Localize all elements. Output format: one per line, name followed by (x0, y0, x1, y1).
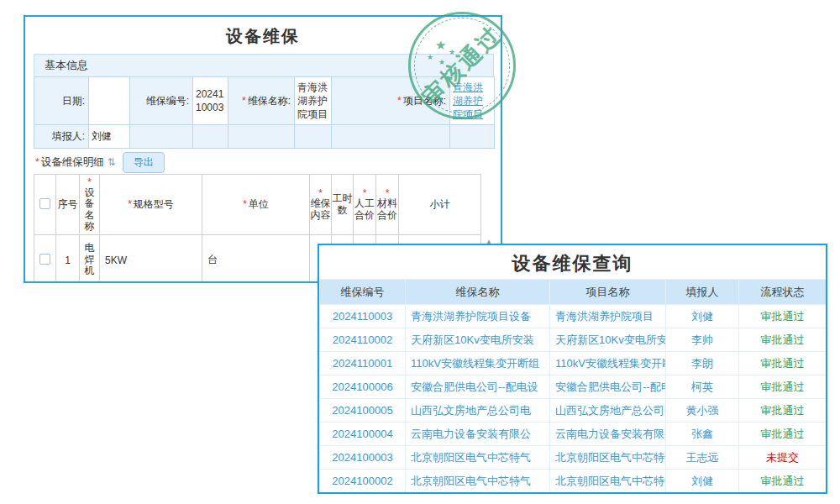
status-cell: 审批通过 (739, 305, 827, 328)
reporter-value: 刘健 (89, 125, 130, 149)
maint-name-link[interactable]: 110kV安徽线程集变开断组 (406, 352, 550, 375)
maint-no-link[interactable]: 2024100003 (320, 446, 406, 470)
maint-name-label: *维保名称: (228, 77, 295, 125)
project-link[interactable]: 青海洪湖养护院项目 (453, 81, 483, 120)
empty-cell (228, 125, 295, 149)
table-row: 2024100002 北京朝阳区电气中芯特气 北京朝阳区电气中芯特气 刘健 审批… (320, 470, 827, 493)
reporter-cell[interactable]: 李朗 (666, 352, 739, 375)
project-name-link[interactable]: 山西弘文房地产总公司电 (550, 399, 666, 423)
empty-cell (295, 125, 332, 149)
status-cell: 审批通过 (739, 352, 827, 375)
maint-name-value: 青海洪湖养护院项目 (295, 77, 332, 125)
project-name-link[interactable]: 云南电力设备安装有限公 (550, 423, 666, 446)
maint-no-value: 2024110003 (193, 77, 228, 125)
date-field[interactable] (89, 77, 130, 125)
export-button[interactable]: 导出 (123, 152, 165, 173)
project-name-cell: 青海洪湖养护院项目 (450, 77, 495, 125)
table-row: 2024110003 青海洪湖养护院项目设备 青海洪湖养护院项目 刘健 审批通过 (320, 305, 827, 328)
col-project-name: 项目名称 (550, 280, 666, 305)
status-cell: 未提交 (739, 446, 827, 470)
maint-no-link[interactable]: 2024110001 (320, 352, 406, 375)
project-name-link[interactable]: 北京朝阳区电气中芯特气 (550, 446, 666, 470)
status-cell: 审批通过 (739, 470, 827, 493)
col-status: 流程状态 (739, 280, 827, 305)
required-mark: * (397, 95, 402, 107)
device-name-cell: 电焊机 (80, 235, 100, 284)
col-labor: *人工合价 (354, 175, 376, 235)
required-mark: * (242, 95, 246, 107)
model-cell: 5KW (100, 235, 202, 284)
maint-name-link[interactable]: 山西弘文房地产总公司电 (406, 399, 550, 423)
reporter-label: 填报人: (34, 125, 89, 149)
maint-no-link[interactable]: 2024110002 (320, 328, 406, 352)
maint-no-label: 维保编号: (130, 77, 193, 125)
table-row: 2024110001 110kV安徽线程集变开断组 110kV安徽线程集变开断组… (320, 352, 827, 375)
project-name-link[interactable]: 天府新区10Kv变电所安装 (550, 328, 666, 352)
project-name-link[interactable]: 安徽合肥供电公司--配电设 (550, 375, 666, 399)
project-name-link[interactable]: 110kV安徽线程集变开断组 (550, 352, 666, 375)
reporter-cell[interactable]: 李帅 (666, 328, 739, 352)
table-row: 2024100004 云南电力设备安装有限公 云南电力设备安装有限公 张鑫 审批… (320, 423, 827, 446)
table-row: 2024100003 北京朝阳区电气中芯特气 北京朝阳区电气中芯特气 王志远 未… (320, 446, 827, 470)
maint-no-link[interactable]: 2024100006 (320, 375, 406, 399)
status-cell: 审批通过 (739, 375, 827, 399)
status-cell: 审批通过 (739, 423, 827, 446)
project-name-label: *项目名称: (332, 77, 450, 125)
required-mark: * (128, 198, 132, 210)
reporter-cell[interactable]: 黄小强 (666, 399, 739, 423)
status-cell: 审批通过 (739, 399, 827, 423)
col-content: *维保内容 (310, 175, 332, 235)
select-all-cell (34, 175, 56, 235)
date-label: 日期: (34, 77, 89, 125)
reporter-cell[interactable]: 柯英 (666, 375, 739, 399)
empty-cell (130, 125, 193, 149)
reporter-cell[interactable]: 刘健 (666, 470, 739, 493)
reporter-cell[interactable]: 王志远 (666, 446, 739, 470)
project-name-link[interactable]: 北京朝阳区电气中芯特气 (550, 470, 666, 493)
col-unit: *单位 (202, 175, 310, 235)
status-cell: 审批通过 (739, 328, 827, 352)
form-title: 设备维保 (25, 25, 501, 48)
reporter-cell[interactable]: 张鑫 (666, 423, 739, 446)
maint-no-link[interactable]: 2024100005 (320, 399, 406, 423)
col-device-name: *设备名称 (80, 175, 100, 235)
row-checkbox[interactable] (39, 254, 50, 265)
empty-cell (332, 125, 450, 149)
table-row: 2024100005 山西弘文房地产总公司电 山西弘文房地产总公司电 黄小强 审… (320, 399, 827, 423)
empty-cell (193, 125, 228, 149)
maint-no-link[interactable]: 2024100004 (320, 423, 406, 446)
sort-icon[interactable]: ⇅ (108, 156, 116, 168)
col-maint-name: 维保名称 (406, 280, 550, 305)
basic-info-grid: 日期: 维保编号: 2024110003 *维保名称: 青海洪湖养护院项目 *项… (34, 76, 495, 149)
maintenance-query-panel: 设备维保查询 维保编号 维保名称 项目名称 填报人 流程状态 202411000… (318, 244, 827, 494)
maint-name-link[interactable]: 天府新区10Kv变电所安装 (406, 328, 550, 352)
table-row: 2024110002 天府新区10Kv变电所安装 天府新区10Kv变电所安装 李… (320, 328, 827, 352)
query-title: 设备维保查询 (319, 245, 826, 279)
required-mark: * (35, 156, 39, 168)
col-subtotal: 小计 (399, 175, 481, 235)
reporter-cell[interactable]: 刘健 (666, 305, 739, 328)
unit-cell: 台 (202, 235, 310, 284)
col-reporter: 填报人 (666, 280, 739, 305)
query-table: 维保编号 维保名称 项目名称 填报人 流程状态 2024110003 青海洪湖养… (319, 279, 827, 493)
col-seq: 序号 (56, 175, 80, 235)
col-hours: 工时数 (332, 175, 354, 235)
basic-info-section-header: 基本信息 (34, 54, 494, 77)
query-header-row: 维保编号 维保名称 项目名称 填报人 流程状态 (320, 280, 827, 305)
empty-cell (450, 125, 495, 149)
maint-name-link[interactable]: 北京朝阳区电气中芯特气 (406, 446, 550, 470)
project-name-link[interactable]: 青海洪湖养护院项目 (550, 305, 666, 328)
col-material: *材料合价 (376, 175, 399, 235)
maint-name-link[interactable]: 云南电力设备安装有限公 (406, 423, 550, 446)
row-select-cell (34, 235, 56, 284)
maint-name-link[interactable]: 青海洪湖养护院项目设备 (406, 305, 550, 328)
col-model: *规格型号 (100, 175, 202, 235)
maint-name-link[interactable]: 北京朝阳区电气中芯特气 (406, 470, 550, 493)
detail-section-header: * 设备维保明细 ⇅ 导出 (35, 151, 489, 173)
maint-no-link[interactable]: 2024110003 (320, 305, 406, 328)
maint-name-link[interactable]: 安徽合肥供电公司--配电设 (406, 375, 550, 399)
maint-no-link[interactable]: 2024100002 (320, 470, 406, 493)
seq-cell: 1 (56, 235, 80, 284)
required-mark: * (243, 198, 247, 210)
select-all-checkbox[interactable] (39, 198, 50, 209)
